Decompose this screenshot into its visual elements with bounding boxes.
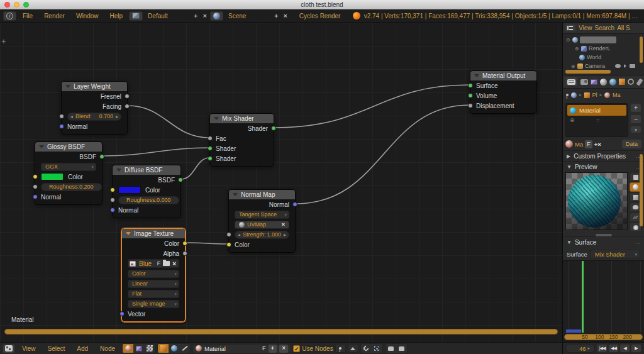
socket-normal-input[interactable]	[59, 124, 64, 129]
node-mix-shader[interactable]: Mix Shader Shader Fac Shader Shader	[209, 113, 274, 167]
fake-user-button[interactable]: F	[156, 260, 162, 267]
custom-properties-panel-header[interactable]: ▶ Custom Properties ..	[563, 150, 644, 161]
menu-render[interactable]: Render	[39, 13, 70, 19]
outliner-row-world[interactable]: World	[565, 53, 644, 62]
socket-vector-input[interactable]	[119, 311, 125, 316]
outliner-menu-search[interactable]: Search	[595, 25, 615, 31]
socket-bsdf-output[interactable]	[99, 154, 104, 159]
tab-modifiers[interactable]	[636, 77, 642, 86]
node-material-output[interactable]: Material Output Surface Volume Displacem…	[470, 70, 537, 114]
play-button[interactable]: ▶	[631, 344, 641, 353]
node-mix-header[interactable]: Mix Shader	[210, 114, 274, 123]
tab-render-layers[interactable]	[591, 77, 597, 86]
go-to-parent-button[interactable]	[348, 344, 358, 353]
image-name[interactable]: Blue	[137, 260, 155, 267]
socket-strength-input[interactable]	[226, 232, 231, 237]
socket-blend-input[interactable]	[59, 114, 64, 119]
renderable-camera-icon[interactable]	[630, 64, 635, 68]
info-editor-button[interactable]: i	[3, 11, 16, 21]
node-normalmap-header[interactable]: Normal Map	[229, 190, 295, 199]
region-expand-icon[interactable]: +	[1, 36, 6, 46]
object-shader-button[interactable]	[158, 344, 169, 353]
material-datablock-selector[interactable]: Material F + ×	[192, 344, 291, 353]
node-editor-horizontal-scrollbar[interactable]	[4, 329, 558, 335]
socket-displacement-input[interactable]	[468, 103, 473, 108]
node-glossy-header[interactable]: Glossy BSDF	[35, 142, 102, 152]
node-diffuse-header[interactable]: Diffuse BSDF	[113, 165, 180, 175]
menu-add[interactable]: Add	[72, 345, 93, 352]
timeline-scrollbar[interactable]: 50 100 150 200	[564, 334, 643, 340]
roughness-slider[interactable]: Roughness: 0.200	[41, 183, 102, 191]
socket-shader2-input[interactable]	[208, 156, 213, 161]
blend-slider[interactable]: ◂ Blend: 0.700 ▸	[67, 113, 121, 121]
socket-fac-input[interactable]	[208, 136, 213, 141]
tab-scene[interactable]	[600, 77, 607, 86]
texture-nodes-button[interactable]	[144, 344, 155, 353]
panel-drag-dots[interactable]: ..	[636, 239, 640, 245]
screen-layout-name[interactable]: Default	[144, 13, 191, 19]
slot-specials-dropdown[interactable]: ▾	[630, 126, 641, 133]
socket-fresnel-output[interactable]	[125, 94, 130, 99]
collapse-icon[interactable]	[65, 85, 70, 88]
material-name[interactable]: Material	[204, 345, 260, 352]
slider-left-arrow[interactable]: ◂	[238, 232, 240, 238]
node-layer-weight[interactable]: Layer Weight Fresnel Facing ◂ Blend: 0.7…	[61, 81, 128, 135]
socket-alpha-output[interactable]	[182, 251, 187, 256]
outliner-menu-view[interactable]: View	[579, 25, 592, 31]
world-shader-button[interactable]	[169, 344, 179, 353]
tab-render[interactable]	[580, 77, 588, 86]
preview-panel-header[interactable]: ▼ Preview ..	[563, 161, 644, 172]
projection-dropdown[interactable]: Flat▾	[128, 290, 179, 298]
collapse-icon[interactable]	[116, 169, 121, 172]
menu-select[interactable]: Select	[43, 345, 70, 352]
slider-left-arrow[interactable]: ◂	[70, 114, 73, 119]
menu-file[interactable]: File	[18, 13, 38, 19]
new-material-button[interactable]: +	[269, 345, 277, 353]
source-dropdown[interactable]: Single Image▾	[128, 300, 179, 308]
previous-keyframe-button[interactable]: ◀◀	[608, 344, 619, 353]
data-source-dropdown[interactable]: Data	[622, 140, 641, 148]
delete-scene-button[interactable]: ×	[281, 12, 289, 19]
properties-type-button[interactable]	[565, 77, 578, 87]
tab-object[interactable]	[619, 77, 625, 86]
item-label[interactable]: RenderL	[589, 45, 611, 52]
render-engine-select[interactable]: Cycles Render	[291, 13, 346, 19]
slider-right-arrow[interactable]: ▸	[116, 114, 118, 119]
outliner-filter-dropdown[interactable]: All S	[617, 25, 630, 31]
color-swatch[interactable]	[41, 173, 64, 180]
socket-color-output[interactable]	[182, 241, 187, 246]
socket-shader-output[interactable]	[271, 126, 276, 131]
node-image-texture[interactable]: Image Texture Color Alpha Blue F × Colo	[121, 228, 186, 322]
visibility-eye-icon[interactable]	[615, 64, 621, 68]
current-frame-field[interactable]: 46 ▸	[565, 344, 595, 353]
material-slot-active[interactable]: Material	[567, 105, 626, 116]
material-slot-list[interactable]: Material ⊕ =	[565, 103, 628, 137]
collapse-icon[interactable]	[214, 117, 219, 120]
socket-color-input[interactable]	[33, 174, 38, 179]
outliner-horizontal-scrollbar[interactable]	[565, 70, 611, 74]
color-swatch[interactable]	[118, 186, 141, 194]
surface-panel-header[interactable]: ▼ Surface ..	[563, 236, 644, 247]
socket-surface-input[interactable]	[468, 83, 473, 88]
socket-bsdf-output[interactable]	[178, 177, 183, 182]
menu-window[interactable]: Window	[71, 13, 104, 19]
copy-nodes-button[interactable]	[386, 344, 396, 353]
pin-button[interactable]	[335, 344, 346, 353]
tab-constraints[interactable]	[628, 77, 634, 86]
add-layout-button[interactable]: +	[192, 12, 199, 19]
breadcrumb-object[interactable]: Pl	[592, 92, 597, 98]
item-label[interactable]: Camera	[585, 63, 605, 69]
breadcrumb-material[interactable]: Ma	[613, 92, 621, 98]
add-scene-button[interactable]: +	[272, 12, 280, 19]
shader-nodes-button[interactable]	[123, 344, 133, 353]
socket-normal-output[interactable]	[292, 202, 297, 207]
outliner-vertical-scrollbar[interactable]	[640, 36, 643, 63]
slider-right-arrow[interactable]: ▸	[284, 232, 286, 238]
socket-roughness-input[interactable]	[33, 184, 38, 189]
image-datablock-field[interactable]: Blue F ×	[128, 259, 179, 268]
delete-layout-button[interactable]: ×	[201, 12, 209, 19]
fake-user-button[interactable]: F	[262, 345, 266, 351]
socket-volume-input[interactable]	[468, 93, 473, 98]
item-label[interactable]: World	[587, 54, 601, 60]
socket-shader1-input[interactable]	[208, 146, 213, 151]
